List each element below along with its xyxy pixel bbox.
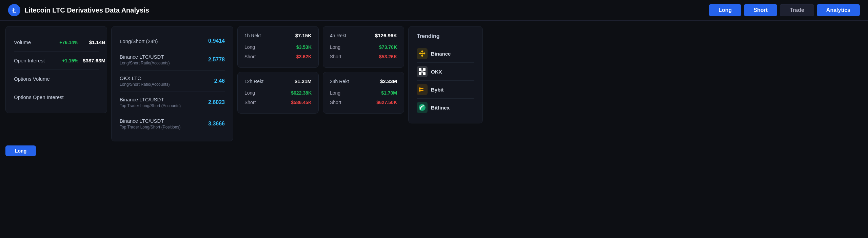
bottom-button[interactable]: Long bbox=[5, 145, 36, 156]
rekt-4h-long-label: Long bbox=[330, 44, 340, 50]
rekt-4h-header: 4h Rekt $126.96K bbox=[330, 33, 397, 38]
page-title: Litecoin LTC Derivatives Data Analysis bbox=[24, 6, 149, 14]
header-left: Ł Litecoin LTC Derivatives Data Analysis bbox=[8, 4, 149, 16]
svg-point-15 bbox=[419, 104, 426, 111]
ls-value-2: 2.46 bbox=[214, 78, 225, 84]
stat-row-options-oi: Options Open Interest bbox=[14, 88, 99, 106]
trending-item-bybit[interactable]: Bybit bbox=[417, 81, 474, 99]
short-button[interactable]: Short bbox=[744, 4, 777, 16]
ls-label-block-1: Binance LTC/USDT Long/Short Ratio(Accoun… bbox=[120, 54, 170, 65]
trending-item-bitfinex[interactable]: Bitfinex bbox=[417, 99, 474, 116]
rekt-4h-long-row: Long $73.70K bbox=[330, 42, 397, 52]
svg-marker-2 bbox=[421, 50, 423, 53]
rekt-24h-short-row: Short $627.50K bbox=[330, 98, 397, 107]
trending-name-bybit: Bybit bbox=[431, 87, 444, 93]
rekt-4h-card: 4h Rekt $126.96K Long $73.70K Short $53.… bbox=[323, 26, 404, 68]
bitfinex-icon bbox=[417, 102, 428, 113]
stat-value-oi: $387.63M bbox=[78, 58, 105, 63]
ls-label-block-2: OKX LTC Long/Short Ratio(Accounts) bbox=[120, 75, 170, 87]
app-header: Ł Litecoin LTC Derivatives Data Analysis… bbox=[0, 0, 868, 21]
ls-title-2: OKX LTC bbox=[120, 75, 170, 81]
rekt-12h-title: 12h Rekt bbox=[244, 79, 263, 84]
rekt-1h-short-label: Short bbox=[244, 54, 256, 59]
ls-title-4: Binance LTC/USDT bbox=[120, 118, 180, 124]
svg-marker-3 bbox=[419, 52, 421, 55]
ls-subtitle-4: Top Trader Long/Short (Positions) bbox=[120, 125, 180, 130]
rekt-12h-short-label: Short bbox=[244, 100, 256, 105]
rekt-12h-short-value: $586.45K bbox=[291, 100, 312, 105]
trending-item-okx[interactable]: OKX bbox=[417, 63, 474, 81]
ls-subtitle-3: Top Trader Long/Short (Accounts) bbox=[120, 103, 181, 108]
app-logo: Ł bbox=[8, 4, 20, 16]
rekt-1h-header: 1h Rekt $7.15K bbox=[244, 33, 312, 38]
trending-title: Trending bbox=[417, 33, 474, 39]
rekt-1h-short-value: $3.62K bbox=[296, 54, 312, 59]
rekt-12h-total: $1.21M bbox=[295, 78, 312, 84]
trending-name-okx: OKX bbox=[431, 69, 442, 75]
rekt-12h-long-row: Long $622.38K bbox=[244, 88, 312, 98]
longshort-panel: Long/Short (24h) 0.9414 Binance LTC/USDT… bbox=[111, 26, 233, 141]
ls-value-3: 2.6023 bbox=[208, 99, 225, 105]
rekt-12h-short-row: Short $586.45K bbox=[244, 98, 312, 107]
rekt-1h-long-value: $3.53K bbox=[296, 44, 312, 50]
stat-change-oi: +1.15% bbox=[55, 58, 78, 63]
stat-label-oi: Open Interest bbox=[14, 58, 55, 63]
main-content: Volume +76.14% $1.14B Open Interest +1.1… bbox=[0, 21, 868, 141]
nav-buttons: Long Short Trade Analytics bbox=[709, 4, 860, 16]
rekt-1h-long-row: Long $3.53K bbox=[244, 42, 312, 52]
rekt-4h-total: $126.96K bbox=[375, 33, 397, 38]
stat-row-open-interest: Open Interest +1.15% $387.63M bbox=[14, 52, 99, 70]
svg-marker-6 bbox=[421, 53, 423, 55]
svg-marker-5 bbox=[421, 55, 423, 57]
ls-label-block-0: Long/Short (24h) bbox=[120, 38, 158, 44]
rekt-1h-total: $7.15K bbox=[295, 33, 312, 38]
rekt-4h-short-value: $53.26K bbox=[379, 54, 397, 59]
ls-title-1: Binance LTC/USDT bbox=[120, 54, 170, 60]
svg-text:Ł: Ł bbox=[13, 7, 16, 14]
stat-value-volume: $1.14B bbox=[78, 39, 105, 45]
ls-value-4: 3.3666 bbox=[208, 121, 225, 127]
rekt-12h-long-value: $622.38K bbox=[291, 90, 312, 96]
rekt-12h-long-label: Long bbox=[244, 90, 255, 96]
rekt-12h-card: 12h Rekt $1.21M Long $622.38K Short $586… bbox=[237, 72, 319, 114]
stat-label-volume: Volume bbox=[14, 39, 55, 45]
ls-row-3: Binance LTC/USDT Top Trader Long/Short (… bbox=[120, 92, 225, 113]
ls-value-0: 0.9414 bbox=[208, 38, 225, 44]
analytics-button[interactable]: Analytics bbox=[817, 4, 860, 16]
svg-rect-14 bbox=[419, 87, 420, 92]
trending-name-binance: Binance bbox=[431, 51, 451, 57]
rekt-24h-short-value: $627.50K bbox=[376, 100, 397, 105]
rekt-1h-short-row: Short $3.62K bbox=[244, 52, 312, 61]
ls-title-3: Binance LTC/USDT bbox=[120, 97, 181, 102]
rekt-1h-card: 1h Rekt $7.15K Long $3.53K Short $3.62K bbox=[237, 26, 319, 68]
trade-button[interactable]: Trade bbox=[780, 4, 814, 16]
stats-panel: Volume +76.14% $1.14B Open Interest +1.1… bbox=[5, 26, 107, 113]
rekt-4h-title: 4h Rekt bbox=[330, 33, 346, 38]
okx-icon bbox=[417, 66, 428, 77]
rekt-24h-title: 24h Rekt bbox=[330, 79, 349, 84]
ls-label-block-4: Binance LTC/USDT Top Trader Long/Short (… bbox=[120, 118, 180, 130]
rekt-4h-long-value: $73.70K bbox=[379, 44, 397, 50]
ls-title-0: Long/Short (24h) bbox=[120, 38, 158, 44]
trending-panel: Trending Binance bbox=[408, 26, 483, 123]
ls-row-1: Binance LTC/USDT Long/Short Ratio(Accoun… bbox=[120, 49, 225, 71]
ls-row-2: OKX LTC Long/Short Ratio(Accounts) 2.46 bbox=[120, 71, 225, 92]
ls-row-0: Long/Short (24h) 0.9414 bbox=[120, 33, 225, 49]
rekt-col-2: 4h Rekt $126.96K Long $73.70K Short $53.… bbox=[323, 26, 404, 114]
stat-row-volume: Volume +76.14% $1.14B bbox=[14, 33, 99, 52]
stat-change-volume: +76.14% bbox=[55, 40, 78, 45]
ls-row-4: Binance LTC/USDT Top Trader Long/Short (… bbox=[120, 113, 225, 134]
rekt-24h-long-row: Long $1.70M bbox=[330, 88, 397, 98]
trending-name-bitfinex: Bitfinex bbox=[431, 105, 450, 111]
long-button[interactable]: Long bbox=[709, 4, 741, 16]
binance-icon bbox=[417, 48, 428, 59]
rekt-24h-header: 24h Rekt $2.33M bbox=[330, 78, 397, 84]
trending-item-binance[interactable]: Binance bbox=[417, 45, 474, 63]
stat-label-opt-oi: Options Open Interest bbox=[14, 94, 64, 100]
rekt-24h-short-label: Short bbox=[330, 100, 341, 105]
bybit-icon bbox=[417, 84, 428, 95]
ls-subtitle-1: Long/Short Ratio(Accounts) bbox=[120, 61, 170, 65]
ls-subtitle-2: Long/Short Ratio(Accounts) bbox=[120, 82, 170, 87]
rekt-4h-short-row: Short $53.26K bbox=[330, 52, 397, 61]
rekt-24h-card: 24h Rekt $2.33M Long $1.70M Short $627.5… bbox=[323, 72, 404, 114]
